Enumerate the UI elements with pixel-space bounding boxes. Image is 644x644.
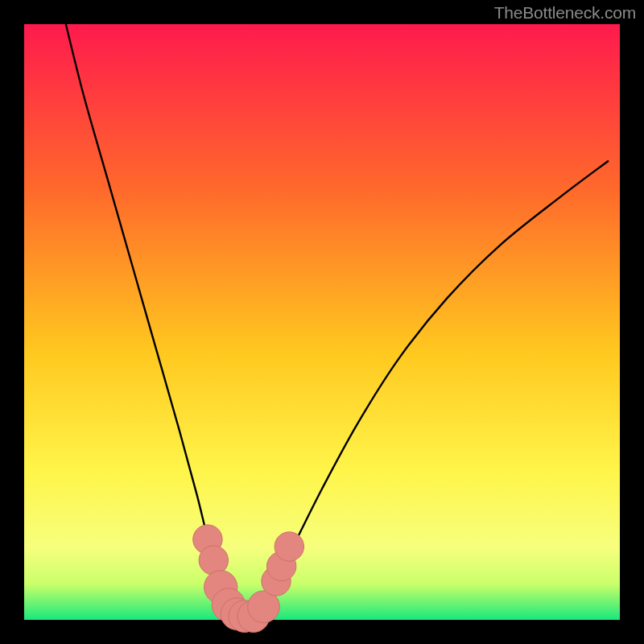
chart-root: { "watermark": "TheBottleneck.com", "col…	[0, 0, 644, 644]
plot-background	[24, 24, 620, 620]
bottleneck-chart	[0, 0, 644, 644]
watermark-text: TheBottleneck.com	[494, 3, 636, 23]
data-marker	[275, 532, 303, 561]
